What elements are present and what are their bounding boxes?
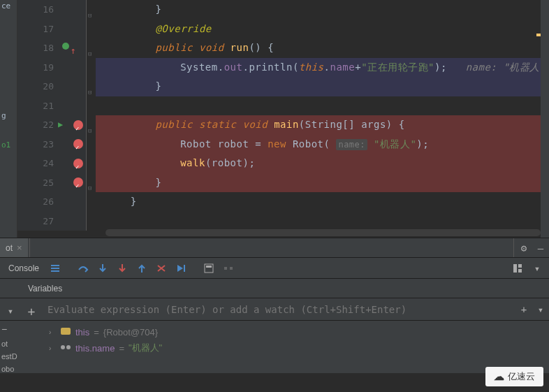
code-line[interactable]: 17 @Override <box>17 20 549 39</box>
code-line[interactable]: 21 <box>17 96 549 116</box>
add-watch-icon[interactable]: + <box>515 303 532 316</box>
debug-tab[interactable]: ot × <box>0 238 28 257</box>
fold-gutter[interactable] <box>86 58 96 78</box>
fold-gutter[interactable]: ⊟ <box>86 115 96 135</box>
step-over-icon[interactable] <box>74 259 92 277</box>
breakpoint-icon[interactable] <box>73 139 83 149</box>
frame-item[interactable]: obo <box>0 363 42 373</box>
fold-close-icon[interactable]: ⊟ <box>88 83 95 90</box>
code-line[interactable]: 16⊟ } <box>17 0 549 20</box>
horizontal-scrollbar[interactable] <box>105 229 541 236</box>
chevron-down-icon[interactable]: ▾ <box>528 259 546 277</box>
close-icon[interactable]: × <box>17 242 22 253</box>
line-number[interactable]: 25 <box>17 173 59 193</box>
frame-item[interactable]: estD <box>0 350 42 363</box>
project-panel[interactable]: ce g o1 <box>0 0 17 238</box>
gutter-markers[interactable]: ▶ <box>59 115 86 135</box>
fold-gutter[interactable] <box>86 192 96 212</box>
line-number[interactable]: 19 <box>17 58 59 78</box>
gutter-markers[interactable] <box>59 135 86 154</box>
breakpoint-icon[interactable] <box>73 177 83 187</box>
code-line[interactable]: 27 <box>17 212 549 231</box>
fold-gutter[interactable] <box>86 96 96 116</box>
line-number[interactable]: 26 <box>17 192 59 212</box>
code-text[interactable]: @Override <box>96 20 212 39</box>
step-out-icon[interactable] <box>133 259 151 277</box>
vertical-scrollbar[interactable] <box>541 0 549 238</box>
fold-close-icon[interactable]: ⊟ <box>88 179 95 186</box>
step-into-icon[interactable] <box>94 259 112 277</box>
force-step-into-icon[interactable] <box>113 259 131 277</box>
panel-item[interactable]: g <box>0 110 17 122</box>
code-editor[interactable]: 16⊟ }17 @Override18↑⊟ public void run() … <box>17 0 549 238</box>
run-icon[interactable]: ▶ <box>58 115 63 135</box>
expand-icon[interactable]: › <box>49 344 56 352</box>
layout-icon[interactable] <box>508 259 527 277</box>
evaluate-input[interactable] <box>42 304 515 315</box>
expand-icon[interactable]: › <box>49 328 56 336</box>
run-to-cursor-icon[interactable] <box>172 259 190 277</box>
gutter-markers[interactable] <box>59 154 86 173</box>
fold-gutter[interactable] <box>86 20 96 39</box>
fold-gutter[interactable]: ⊟ <box>86 173 96 193</box>
drop-frame-icon[interactable] <box>152 259 170 277</box>
line-number[interactable]: 23 <box>17 135 59 154</box>
code-text[interactable] <box>96 96 105 116</box>
fold-gutter[interactable] <box>86 212 96 231</box>
line-number[interactable]: 16 <box>17 0 59 20</box>
code-text[interactable]: } <box>96 0 161 20</box>
line-number[interactable]: 20 <box>17 77 59 96</box>
chevron-down-icon[interactable]: ▾ <box>532 303 549 316</box>
gutter-markers[interactable] <box>59 96 86 116</box>
fold-gutter[interactable]: ⊟ <box>86 0 96 20</box>
variables-tree[interactable]: ›this = {Robot@704}›this.name = "机器人" <box>42 321 549 373</box>
code-line[interactable]: 25⊟ } <box>17 173 549 193</box>
gutter-markers[interactable]: ↑ <box>59 38 86 58</box>
code-line[interactable]: 24 walk(robot); <box>17 154 549 173</box>
fold-gutter[interactable]: ⊟ <box>86 38 96 58</box>
fold-open-icon[interactable]: ⊟ <box>88 122 95 129</box>
gutter-markers[interactable] <box>59 212 86 231</box>
line-number[interactable]: 18 <box>17 38 59 58</box>
line-number[interactable]: 27 <box>17 212 59 231</box>
minimize-icon[interactable]: — <box>532 242 549 254</box>
code-line[interactable]: 19 System.out.println(this.name+"正在用轮子跑"… <box>17 58 549 78</box>
minus-icon[interactable]: − <box>1 323 7 335</box>
code-line[interactable]: 26 } <box>17 192 549 212</box>
variable-row[interactable]: ›this = {Robot@704} <box>49 325 542 340</box>
gutter-markers[interactable] <box>59 20 86 39</box>
line-number[interactable]: 24 <box>17 154 59 173</box>
code-text[interactable]: public void run() { <box>96 38 274 58</box>
fold-gutter[interactable] <box>86 135 96 154</box>
code-text[interactable] <box>96 212 105 231</box>
code-line[interactable]: 18↑⊟ public void run() { <box>17 38 549 58</box>
line-number[interactable]: 17 <box>17 20 59 39</box>
trace-icon[interactable] <box>219 259 237 277</box>
gutter-markers[interactable] <box>59 192 86 212</box>
line-number[interactable]: 22 <box>17 115 59 135</box>
variable-row[interactable]: ›this.name = "机器人" <box>49 340 542 356</box>
gear-icon[interactable]: ⚙ <box>515 242 532 254</box>
plus-icon[interactable]: + <box>28 303 36 319</box>
code-text[interactable]: } <box>96 192 137 212</box>
threads-icon[interactable] <box>46 259 64 277</box>
gutter-markers[interactable] <box>59 77 86 96</box>
breakpoint-icon[interactable] <box>73 120 83 130</box>
frame-item[interactable]: ot <box>0 337 42 350</box>
chevron-down-icon[interactable]: ▾ <box>8 305 13 317</box>
fold-close-icon[interactable]: ⊟ <box>88 6 95 13</box>
line-number[interactable]: 21 <box>17 96 59 116</box>
code-line[interactable]: 23 Robot robot = new Robot( name: "机器人")… <box>17 135 549 154</box>
panel-item[interactable]: o1 <box>0 139 17 151</box>
console-tab[interactable]: Console <box>3 263 45 273</box>
gutter-markers[interactable] <box>59 58 86 78</box>
panel-item[interactable]: ce <box>0 0 17 12</box>
breakpoint-icon[interactable] <box>73 159 83 168</box>
gutter-markers[interactable] <box>59 0 86 20</box>
fold-open-icon[interactable]: ⊟ <box>88 45 95 52</box>
evaluate-icon[interactable] <box>200 259 218 277</box>
code-line[interactable]: 22▶⊟ public static void main(String[] ar… <box>17 115 549 135</box>
fold-gutter[interactable]: ⊟ <box>86 77 96 96</box>
code-line[interactable]: 20⊟ } <box>17 77 549 96</box>
variables-tab[interactable]: Variables <box>0 279 549 298</box>
